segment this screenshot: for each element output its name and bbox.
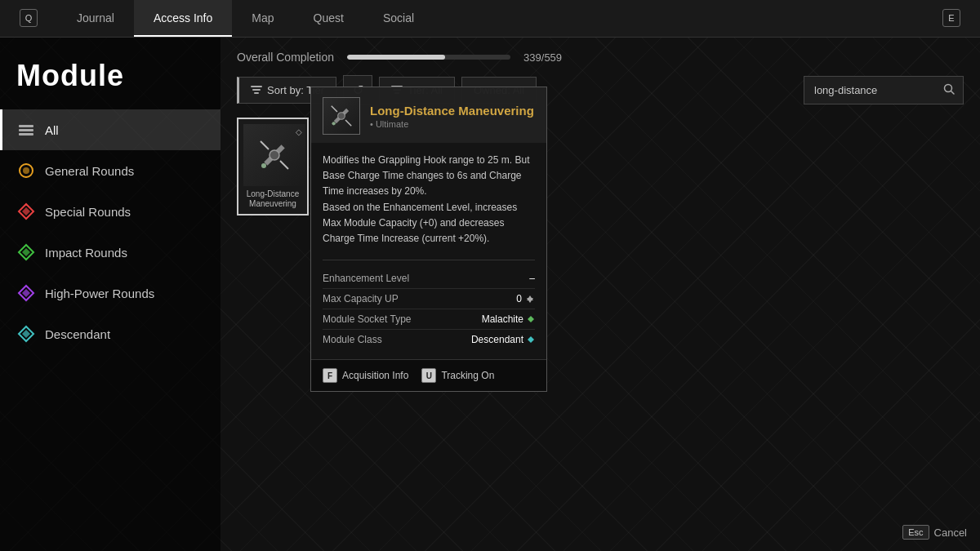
- special-rounds-icon: [17, 202, 35, 220]
- completion-label: Overall Completion: [237, 51, 334, 64]
- svg-point-27: [338, 113, 345, 120]
- svg-point-30: [332, 122, 335, 125]
- nav-key-e[interactable]: E: [923, 0, 980, 37]
- sidebar-item-impact-rounds[interactable]: Impact Rounds: [0, 232, 220, 273]
- search-bar: [804, 76, 964, 104]
- general-rounds-icon: [17, 162, 35, 180]
- svg-point-25: [261, 163, 266, 168]
- sidebar-item-all[interactable]: All: [0, 109, 220, 150]
- sidebar-general-rounds-label: General Rounds: [45, 164, 134, 178]
- quest-label: Quest: [314, 11, 344, 24]
- q-key-icon: Q: [20, 9, 38, 27]
- nav-key-q[interactable]: Q: [0, 0, 57, 37]
- svg-rect-15: [254, 92, 259, 94]
- acquisition-info-label: Acquisition Info: [342, 370, 408, 381]
- stat-socket-label: Module Socket Type: [323, 313, 412, 325]
- detail-subtitle: • Ultimate: [370, 119, 534, 129]
- access-info-label: Access Info: [154, 11, 212, 24]
- svg-marker-33: [528, 316, 534, 322]
- sidebar-high-power-rounds-label: High-Power Rounds: [45, 287, 154, 300]
- acquisition-info-button[interactable]: F Acquisition Info: [323, 368, 408, 383]
- nav-map[interactable]: Map: [232, 0, 293, 37]
- sidebar-item-special-rounds[interactable]: Special Rounds: [0, 191, 220, 232]
- esc-key-icon[interactable]: Esc: [902, 525, 929, 540]
- stat-row-capacity: Max Capacity UP 0: [323, 289, 535, 309]
- svg-marker-12: [22, 330, 30, 338]
- svg-line-29: [345, 120, 351, 126]
- svg-line-23: [261, 141, 269, 149]
- descendant-class-icon: [527, 335, 535, 344]
- stat-row-socket: Module Socket Type Malachite: [323, 309, 535, 330]
- top-navigation: Q Journal Access Info Map Quest Social E: [0, 0, 980, 38]
- tracking-on-label: Tracking On: [441, 370, 494, 381]
- progress-track: [347, 55, 510, 60]
- svg-point-22: [270, 150, 279, 160]
- capacity-arrow-icon: [525, 294, 535, 304]
- tracking-on-button[interactable]: U Tracking On: [421, 368, 494, 383]
- stat-row-class: Module Class Descendant: [323, 330, 535, 349]
- nav-journal[interactable]: Journal: [57, 0, 134, 37]
- main-content: Module All General Rounds Special Rounds: [0, 38, 980, 551]
- card-corner-bookmark-icon: ◇: [296, 127, 302, 136]
- sort-icon: [251, 84, 262, 96]
- completion-bar: Overall Completion 339/559: [237, 51, 964, 64]
- u-key-icon: U: [421, 368, 436, 383]
- search-magnifier-icon: [943, 83, 955, 95]
- search-input[interactable]: [804, 78, 935, 103]
- social-label: Social: [383, 11, 414, 24]
- svg-marker-6: [22, 207, 30, 216]
- map-label: Map: [252, 11, 274, 24]
- nav-access-info[interactable]: Access Info: [134, 0, 232, 37]
- svg-point-4: [23, 167, 29, 174]
- svg-line-20: [951, 91, 955, 94]
- stat-row-enhancement: Enhancement Level –: [323, 269, 535, 289]
- card-name: Long-Distance Maneuvering: [243, 189, 302, 209]
- svg-line-24: [280, 161, 288, 169]
- stat-enhancement-label: Enhancement Level: [323, 273, 409, 284]
- card-image: ◇: [243, 124, 305, 186]
- detail-description: Modifies the Grappling Hook range to 25 …: [323, 153, 535, 247]
- search-icon[interactable]: [935, 77, 963, 104]
- completion-total: 559: [544, 51, 562, 64]
- sidebar-impact-rounds-label: Impact Rounds: [45, 246, 127, 260]
- sidebar-item-high-power-rounds[interactable]: High-Power Rounds: [0, 273, 220, 313]
- page-title: Module: [0, 46, 220, 109]
- content-area: Overall Completion 339/559 Sort by: Tier…: [220, 38, 980, 551]
- nav-social[interactable]: Social: [363, 0, 434, 37]
- svg-marker-8: [22, 248, 30, 256]
- detail-art: [327, 101, 356, 131]
- progress-fill: [347, 55, 445, 60]
- completion-current: 339: [523, 51, 541, 64]
- descendant-icon: [17, 325, 35, 343]
- malachite-icon: [527, 315, 535, 323]
- detail-header: Long-Distance Maneuvering • Ultimate: [311, 87, 546, 143]
- nav-quest[interactable]: Quest: [294, 0, 363, 37]
- svg-marker-34: [528, 336, 534, 343]
- sidebar-special-rounds-label: Special Rounds: [45, 205, 131, 219]
- impact-rounds-icon: [17, 243, 35, 261]
- high-power-rounds-icon: [17, 284, 35, 302]
- module-card-long-distance[interactable]: ◇ Long-Distance Maneuvering: [237, 118, 309, 216]
- e-key-icon: E: [942, 9, 960, 27]
- detail-title: Long-Distance Maneuvering: [370, 104, 534, 118]
- sidebar-descendant-label: Descendant: [45, 327, 110, 341]
- detail-stats: Enhancement Level – Max Capacity UP 0: [323, 260, 535, 349]
- cancel-label: Cancel: [934, 527, 967, 539]
- svg-rect-0: [19, 125, 33, 127]
- detail-thumbnail: [323, 97, 360, 135]
- svg-rect-13: [251, 86, 262, 87]
- detail-title-block: Long-Distance Maneuvering • Ultimate: [370, 104, 534, 129]
- sidebar-item-descendant[interactable]: Descendant: [0, 313, 220, 354]
- module-card-art: [254, 135, 295, 176]
- stat-socket-value: Malachite: [482, 313, 535, 325]
- stat-class-label: Module Class: [323, 334, 382, 345]
- sidebar: Module All General Rounds Special Rounds: [0, 38, 220, 551]
- sidebar-item-general-rounds[interactable]: General Rounds: [0, 150, 220, 191]
- stat-class-value: Descendant: [471, 334, 535, 345]
- detail-footer: F Acquisition Info U Tracking On: [311, 359, 546, 391]
- stat-capacity-label: Max Capacity UP: [323, 293, 399, 304]
- svg-line-28: [332, 106, 337, 112]
- esc-cancel: Esc Cancel: [902, 525, 967, 540]
- f-key-icon: F: [323, 368, 337, 383]
- journal-label: Journal: [77, 11, 114, 24]
